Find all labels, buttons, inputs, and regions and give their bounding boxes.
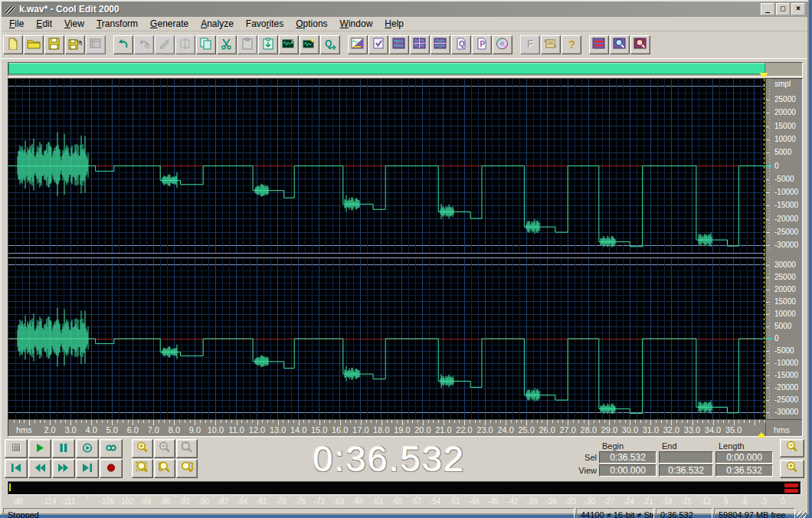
meter-tick-label: -42 [507, 497, 518, 506]
minimize-button[interactable]: _ [761, 3, 774, 15]
svg-text:Q: Q [459, 40, 465, 48]
cd-player-button[interactable] [493, 35, 512, 54]
normalize-button[interactable] [300, 35, 319, 54]
statistics-button[interactable] [630, 35, 650, 54]
zoom-selection-left-button[interactable] [154, 459, 175, 478]
menu-generate[interactable]: Generate [144, 18, 195, 30]
meter-tick-label: -48 [468, 497, 479, 506]
spectral-analysis-button[interactable] [610, 35, 630, 54]
pause-button[interactable] [52, 439, 75, 458]
meter-tick-label: -114 [41, 497, 56, 506]
amplitude-scale-right[interactable]: 300002500020000150001000050000-5000-1000… [765, 258, 802, 419]
overview-view-range[interactable] [8, 63, 765, 74]
sel-length-value[interactable]: 0:00.000 [715, 451, 773, 464]
view-end-value[interactable]: 0:36.532 [659, 464, 713, 477]
repeat-last-command-button[interactable] [134, 35, 154, 54]
scale-label: -15000 [774, 371, 798, 379]
meter-tick-label: -96 [159, 497, 170, 506]
scripts-button[interactable] [541, 35, 561, 54]
zoom-to-selection-button[interactable] [132, 459, 153, 478]
window-arrange-a-button[interactable] [389, 35, 409, 54]
level-meter-bar[interactable] [8, 481, 801, 495]
cue-list-button[interactable]: Q [451, 35, 471, 54]
open-file-icon [27, 38, 41, 53]
sel-end-value[interactable] [659, 451, 713, 464]
zoom-selection-right-button[interactable] [176, 459, 198, 478]
help-button[interactable]: ? [562, 35, 581, 54]
undo-button[interactable] [113, 35, 133, 54]
menu-view[interactable]: View [58, 18, 90, 30]
spectral-view-toggle-button[interactable] [348, 35, 368, 54]
zoom-full-button[interactable] [176, 439, 198, 458]
scale-label: 15000 [774, 122, 796, 130]
sel-begin-value[interactable]: 0:36.532 [599, 451, 656, 464]
timeline-label: 18.0 [373, 425, 389, 434]
convert-sample-type-button[interactable]: z [279, 35, 299, 54]
timeline-label: 25.0 [518, 425, 534, 434]
play-icon [34, 442, 46, 456]
timeline-label: 27.0 [559, 425, 575, 434]
window-arrange-b-button[interactable] [410, 35, 430, 54]
save-file-button[interactable] [44, 35, 64, 54]
resize-grip[interactable] [797, 511, 806, 518]
go-to-beginning-button[interactable] [5, 459, 28, 478]
view-begin-value[interactable]: 0:00.000 [599, 464, 656, 477]
menu-transform[interactable]: Transform [90, 18, 144, 30]
fast-forward-button[interactable] [52, 459, 75, 478]
go-to-end-button[interactable] [76, 459, 99, 478]
paste-to-new-button[interactable] [258, 35, 278, 54]
save-as-button[interactable] [65, 35, 85, 54]
cut-button[interactable] [217, 35, 237, 54]
amplitude-scale-left[interactable]: smpl2500020000150001000050000-5000-10000… [765, 79, 802, 253]
menu-edit[interactable]: Edit [30, 18, 58, 30]
zoom-out-vertical-button[interactable] [780, 439, 804, 457]
rewind-button[interactable] [28, 459, 51, 478]
open-file-button[interactable] [24, 35, 44, 54]
waveform-right-channel[interactable] [8, 258, 765, 419]
record-icon [105, 462, 117, 476]
play-button[interactable] [28, 439, 51, 458]
zoom-in-vertical-button[interactable] [780, 460, 804, 478]
copy-button[interactable] [196, 35, 216, 54]
playback-cursor-line[interactable] [764, 79, 765, 419]
timeline-ruler[interactable]: hms2.03.04.05.06.07.08.09.010.011.012.01… [8, 419, 765, 436]
window-arrange-c-button[interactable] [431, 35, 450, 54]
play-looped-button[interactable] [76, 439, 99, 458]
adjust-sample-rate-button[interactable]: Q [320, 35, 340, 54]
menu-options[interactable]: Options [290, 18, 333, 30]
menu-window[interactable]: Window [334, 18, 379, 30]
paste-button[interactable] [237, 35, 257, 54]
clip-indicator-right [784, 489, 798, 493]
close-button[interactable]: × [791, 3, 805, 15]
menu-help[interactable]: Help [378, 18, 410, 30]
waveform-left-channel[interactable] [8, 79, 765, 253]
trim-button[interactable] [175, 35, 195, 54]
title-bar[interactable]: k.wav* - Cool Edit 2000 _ □ × [2, 2, 807, 17]
record-button[interactable] [100, 459, 123, 478]
maximize-button[interactable]: □ [776, 3, 790, 15]
view-length-value[interactable]: 0:36.532 [715, 464, 773, 477]
favorites-button[interactable]: FF [520, 35, 540, 54]
menu-analyze[interactable]: Analyze [195, 18, 240, 30]
timeline-label: 5.0 [106, 425, 118, 434]
new-file-button[interactable] [3, 35, 23, 54]
playback-cursor-marker-top[interactable] [759, 73, 768, 78]
frequency-analysis-button[interactable] [589, 35, 609, 54]
go-to-beginning-icon [10, 462, 22, 476]
menu-file[interactable]: File [3, 18, 30, 30]
overview-bar[interactable] [8, 62, 803, 77]
enable-undo-button[interactable] [155, 35, 175, 54]
menu-favorites[interactable]: Favorites [240, 18, 290, 30]
save-selection-button[interactable] [86, 35, 106, 54]
settings-dialog-button[interactable] [368, 35, 388, 54]
meter-tick-label: -54 [430, 497, 440, 506]
scale-unit-label: smpl [774, 80, 791, 88]
toolbar-group-misc: FF? [520, 35, 582, 54]
zoom-in-button[interactable] [132, 439, 153, 458]
stop-button[interactable] [5, 439, 28, 458]
loop-button[interactable] [100, 439, 123, 458]
level-meter[interactable]: dB-114-111-105-102-99-96-93-90-87-84-81-… [8, 481, 801, 505]
play-list-button[interactable]: P [472, 35, 492, 54]
zoom-out-button[interactable] [154, 439, 175, 458]
playback-cursor-marker-bottom[interactable] [757, 432, 766, 438]
